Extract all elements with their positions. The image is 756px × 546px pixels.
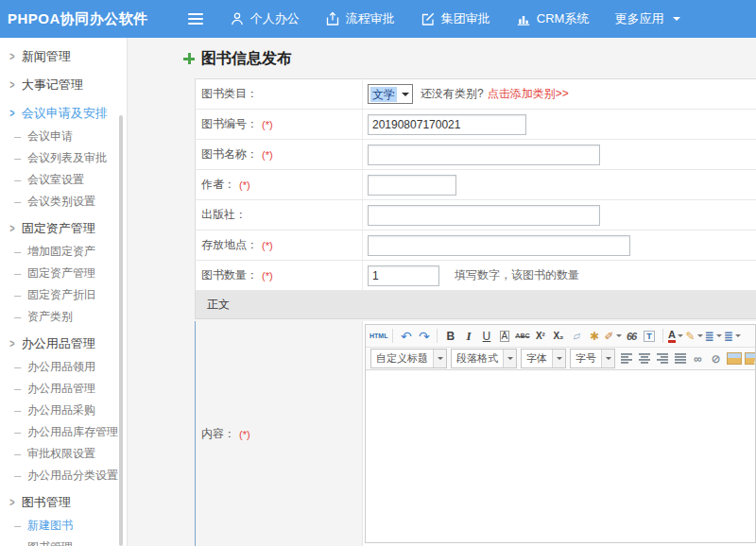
sidebar-item[interactable]: 审批权限设置 bbox=[0, 443, 127, 465]
field-value-cell: 填写数字，该图书的数量 bbox=[363, 261, 756, 290]
superscript-button[interactable]: X² bbox=[532, 328, 548, 345]
redo-button[interactable]: ↷ bbox=[416, 328, 432, 345]
topbar-nav-personal-office[interactable]: 个人办公 bbox=[230, 10, 300, 27]
align-justify-button[interactable] bbox=[672, 350, 688, 367]
sidebar-group-3[interactable]: 会议申请及安排 bbox=[0, 100, 127, 126]
sidebar-item[interactable]: 会议申请 bbox=[0, 126, 127, 147]
sidebar-item[interactable]: 办公用品管理 bbox=[0, 378, 127, 400]
book-category-select[interactable]: 文学 bbox=[368, 84, 413, 104]
font-color-button[interactable]: A bbox=[668, 328, 684, 345]
select-value: 文学 bbox=[370, 87, 397, 102]
font-border-button-glyph: A bbox=[500, 331, 510, 342]
sidebar-group-label: 固定资产管理 bbox=[22, 220, 95, 237]
book-quantity-input[interactable] bbox=[368, 265, 439, 286]
sidebar-scrollbar[interactable] bbox=[119, 115, 123, 546]
format-clear-button[interactable]: ✱ bbox=[586, 328, 602, 345]
italic-button[interactable]: I bbox=[460, 328, 476, 345]
image-upload-icon bbox=[745, 352, 756, 365]
field-value-cell bbox=[363, 200, 756, 230]
main-content: 图书信息发布 图书类目：文学还没有类别?点击添加类别>>图书编号：(*)图书名称… bbox=[129, 38, 756, 546]
blockquote-button[interactable]: 66 bbox=[624, 328, 640, 345]
underline-button[interactable]: U bbox=[478, 328, 494, 345]
custom-title-select[interactable]: 自定义标题 bbox=[370, 349, 447, 368]
sidebar-item[interactable]: 办公用品库存管理 bbox=[0, 421, 127, 443]
editor-content[interactable] bbox=[366, 370, 755, 542]
sidebar-item[interactable]: 固定资产管理 bbox=[0, 263, 127, 284]
sidebar-item[interactable]: 会议室设置 bbox=[0, 169, 127, 191]
insert-image-button[interactable] bbox=[726, 350, 742, 367]
menu-toggle-icon[interactable] bbox=[188, 13, 203, 25]
font-color-button-glyph: A bbox=[668, 330, 676, 343]
sidebar-item-label: 会议室设置 bbox=[27, 172, 84, 188]
hint-text: 还没有类别? bbox=[421, 86, 484, 102]
sidebar-group-4[interactable]: 固定资产管理 bbox=[0, 215, 127, 241]
chevron-right-icon bbox=[9, 496, 14, 509]
sidebar-item[interactable]: 办公用品采购 bbox=[0, 400, 127, 421]
topbar-nav-group-approval[interactable]: 集团审批 bbox=[421, 10, 490, 27]
field-label: 出版社： bbox=[201, 207, 247, 223]
paste-text-button[interactable]: T bbox=[642, 328, 658, 345]
source-code-button[interactable]: HTML bbox=[369, 328, 387, 345]
field-label-cell: 图书名称：(*) bbox=[196, 140, 363, 169]
content-field-cell: HTML↶↷BIUAABCX²X₂▱✱✐66TA✎≣≣ 自定义标题段落格式字体字… bbox=[363, 321, 756, 546]
unlink-button[interactable]: ⊘ bbox=[708, 350, 724, 367]
sidebar-item-label: 固定资产折旧 bbox=[27, 287, 95, 303]
sidebar-group-6[interactable]: 图书管理 bbox=[0, 489, 127, 515]
align-center-button[interactable] bbox=[636, 350, 652, 367]
chevron-down-icon bbox=[697, 334, 703, 340]
content-label-cell: 内容： (*) bbox=[196, 321, 363, 546]
book-code-input[interactable] bbox=[368, 114, 526, 135]
form-row: 图书编号：(*) bbox=[195, 110, 756, 140]
unlink-button-glyph: ⊘ bbox=[711, 352, 720, 366]
book-name-input[interactable] bbox=[368, 145, 600, 165]
strikethrough-button[interactable]: ABC bbox=[514, 328, 530, 345]
subscript-button-glyph: X₂ bbox=[553, 331, 563, 341]
paragraph-format-select[interactable]: 段落格式 bbox=[451, 349, 517, 368]
sidebar-item[interactable]: 图书管理 bbox=[0, 537, 127, 546]
subscript-button[interactable]: X₂ bbox=[550, 328, 566, 345]
sidebar-group-2[interactable]: 大事记管理 bbox=[0, 72, 127, 97]
publisher-input[interactable] bbox=[368, 205, 600, 226]
font-border-button[interactable]: A bbox=[496, 328, 512, 345]
eraser-button[interactable]: ▱ bbox=[568, 328, 584, 345]
sidebar-group-5[interactable]: 办公用品管理 bbox=[0, 331, 127, 356]
sidebar-item[interactable]: 会议类别设置 bbox=[0, 191, 127, 213]
export-icon bbox=[325, 11, 340, 26]
unordered-list-button[interactable]: ≣ bbox=[724, 328, 741, 345]
nav-item-label: 个人办公 bbox=[250, 10, 300, 27]
sidebar-item[interactable]: 办公用品分类设置 bbox=[0, 465, 127, 486]
topbar-nav-more-apps[interactable]: 更多应用 bbox=[614, 10, 680, 27]
nav-item-label: 流程审批 bbox=[346, 10, 395, 27]
combo-label: 字体 bbox=[522, 351, 552, 366]
undo-button[interactable]: ↶ bbox=[398, 328, 414, 345]
link-button[interactable]: ∞ bbox=[690, 350, 706, 367]
topbar-nav-crm-system[interactable]: CRM系统 bbox=[516, 10, 590, 27]
sidebar-group-1[interactable]: 新闻管理 bbox=[0, 43, 127, 69]
highlight-color-button[interactable]: ✎ bbox=[686, 328, 703, 345]
sidebar-item[interactable]: 新建图书 bbox=[0, 515, 127, 537]
sidebar-item[interactable]: 固定资产折旧 bbox=[0, 284, 127, 306]
sidebar-item[interactable]: 会议列表及审批 bbox=[0, 147, 127, 169]
sidebar-item-label: 资产类别 bbox=[27, 309, 73, 325]
sidebar-item[interactable]: 办公用品领用 bbox=[0, 356, 127, 378]
bold-button[interactable]: B bbox=[442, 328, 458, 345]
format-paint-button[interactable]: ✐ bbox=[604, 328, 621, 345]
ordered-list-button[interactable]: ≣ bbox=[705, 328, 722, 345]
insert-online-image-button[interactable] bbox=[744, 350, 755, 367]
chevron-down-icon bbox=[735, 334, 741, 340]
align-left-button[interactable] bbox=[618, 350, 634, 367]
topbar-nav-process-approval[interactable]: 流程审批 bbox=[325, 10, 395, 27]
font-size-select[interactable]: 字号 bbox=[570, 349, 615, 368]
add-category-link[interactable]: 点击添加类别>> bbox=[488, 86, 569, 102]
font-family-select[interactable]: 字体 bbox=[521, 349, 566, 368]
page-header: 图书信息发布 bbox=[183, 49, 756, 68]
sidebar-item-label: 办公用品库存管理 bbox=[27, 424, 118, 440]
combo-label: 段落格式 bbox=[452, 351, 503, 366]
sidebar-item[interactable]: 资产类别 bbox=[0, 306, 127, 328]
storage-location-input[interactable] bbox=[368, 235, 630, 256]
sidebar-item[interactable]: 增加固定资产 bbox=[0, 241, 127, 263]
author-input[interactable] bbox=[368, 175, 456, 196]
toolbar-separator bbox=[392, 329, 393, 343]
chevron-down-icon bbox=[678, 334, 683, 340]
align-right-button[interactable] bbox=[654, 350, 670, 367]
